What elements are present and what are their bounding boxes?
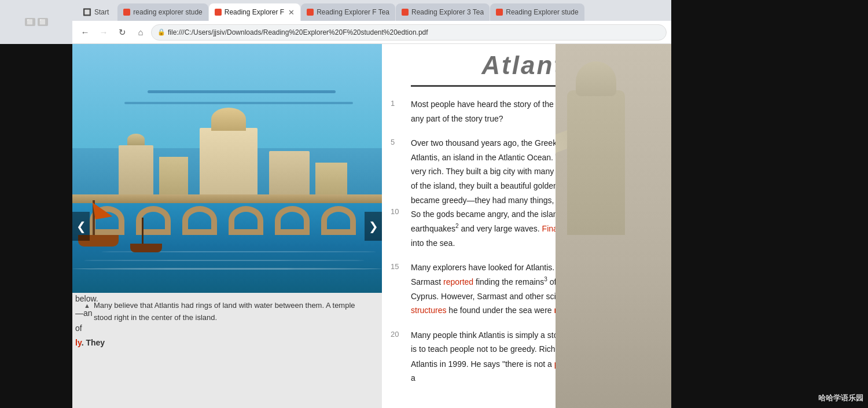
tab2-label: Reading Explorer F: [225, 8, 284, 16]
tab-1[interactable]: reading explorer stude: [117, 3, 208, 21]
right-arrow-icon: ❯: [369, 219, 378, 233]
left-image-panel: ❮ ❯ ▲ Many believe that Atlantis had rin…: [72, 44, 382, 408]
home-button[interactable]: ⌂: [133, 24, 149, 41]
left-edge-text: below. —an of ly. They: [75, 292, 105, 350]
tab-2-active[interactable]: Reading Explorer F ✕: [209, 3, 300, 21]
forward-button[interactable]: →: [95, 24, 112, 41]
address-bar[interactable]: 🔒 file:///C:/Users/jjsiv/Downloads/Readi…: [151, 24, 667, 41]
left-arrow-icon: ❮: [76, 219, 86, 233]
tab4-favicon: [402, 9, 409, 16]
tab-4[interactable]: Reading Explorer 3 Tea: [396, 3, 490, 21]
left-text-line3: of: [75, 321, 105, 336]
left-text-line1: below.: [75, 292, 105, 306]
caption-text: Many believe that Atlantis had rings of …: [94, 300, 370, 324]
tab-3[interactable]: Reading Explorer F Tea: [301, 3, 395, 21]
tab-start[interactable]: 🔲 Start: [75, 3, 117, 21]
tab5-label: Reading Explorer stude: [506, 8, 578, 16]
line-num-5: 5: [391, 136, 395, 149]
line-num-10: 10: [391, 205, 399, 219]
image-caption: ▲ Many believe that Atlantis had rings o…: [72, 293, 382, 331]
tab1-label: reading explorer stude: [133, 8, 202, 16]
watermark: 哈哈学语乐园: [818, 393, 863, 403]
back-button[interactable]: ←: [77, 24, 93, 41]
tab3-label: Reading Explorer F Tea: [317, 8, 389, 16]
line-num-1: 1: [391, 97, 395, 111]
prev-page-button[interactable]: ❮: [72, 212, 90, 241]
tab2-favicon: [215, 9, 222, 16]
left-text-line4: ly. They: [75, 336, 105, 350]
start-icon: 🔲: [83, 8, 91, 16]
url-text: file:///C:/Users/jjsiv/Downloads/Reading…: [168, 28, 428, 36]
next-page-button[interactable]: ❯: [365, 212, 382, 241]
line-num-20: 20: [391, 328, 399, 341]
tab-5[interactable]: Reading Explorer stude: [490, 3, 584, 21]
tab3-favicon: [307, 9, 314, 16]
left-text-line2: —an: [75, 306, 105, 321]
line-num-15: 15: [391, 260, 399, 274]
tab5-favicon: [496, 9, 503, 16]
start-label: Start: [94, 8, 109, 16]
lock-icon: 🔒: [157, 28, 165, 36]
reload-button[interactable]: ↻: [114, 24, 130, 41]
tab2-close-icon[interactable]: ✕: [288, 8, 295, 17]
tab1-favicon: [123, 9, 130, 16]
tab4-label: Reading Explorer 3 Tea: [411, 8, 484, 16]
statue-background: [556, 44, 671, 408]
atlantis-image: [72, 44, 382, 293]
